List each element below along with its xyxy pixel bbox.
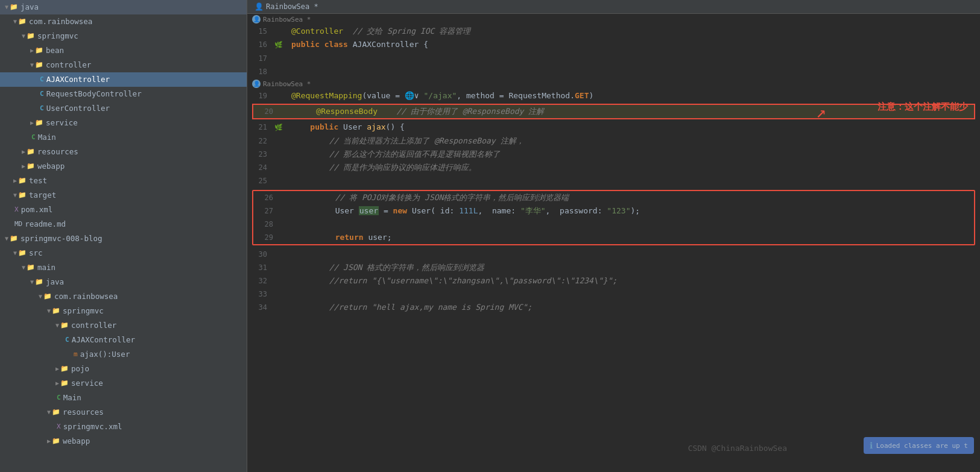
tree-label-resources-1: resources	[37, 146, 78, 158]
tree-item-resources-1[interactable]: ▶📁resources	[0, 145, 247, 159]
author-tag-2: 👤RainbowSea *	[247, 78, 980, 89]
file-icon-java-root: 📁	[10, 1, 18, 13]
expand-icon-webapp-2: ▶	[47, 435, 51, 447]
line-num-22: 22	[247, 134, 274, 148]
tree-item-pojo[interactable]: ▶📁pojo	[0, 362, 247, 376]
tree-label-test: test	[29, 175, 47, 187]
line-content-20: @ResponseBody // 由于你使用了 @ResponseBody 注解	[292, 105, 974, 118]
line-num-29: 29	[253, 231, 280, 244]
line-num-31: 31	[247, 261, 274, 274]
line-num-16: 16	[247, 38, 274, 51]
tree-item-AJAXController[interactable]: CAJAXController	[0, 72, 247, 87]
line-content-34: //return "hell ajax,my name is Spring MV…	[286, 301, 980, 314]
tree-label-main: main	[37, 262, 55, 274]
line-content-27: User user = new User( id: 111L, name: "李…	[292, 204, 974, 218]
tree-item-resources-2[interactable]: ▼📁resources	[0, 405, 247, 420]
file-icon-service-1: 📁	[35, 117, 43, 129]
expand-icon-resources-2: ▼	[47, 406, 51, 418]
tree-label-src: src	[29, 247, 43, 259]
tree-item-webapp-1[interactable]: ▶📁webapp	[0, 159, 247, 174]
code-line-15: 15@Controller // 交给 Spring IOC 容器管理	[247, 25, 980, 38]
code-line-22: 22 // 当前处理器方法上添加了 @ResponseBoay 注解，	[247, 134, 980, 148]
tree-label-webapp-2: webapp	[63, 435, 90, 447]
tree-item-com-rainbowsea[interactable]: ▼📁com.rainbowsea	[0, 14, 247, 29]
file-icon-webapp-2: 📁	[52, 435, 60, 447]
code-lines: 15@Controller // 交给 Spring IOC 容器管理16🌿pu…	[247, 25, 980, 314]
tree-item-springmvc-2[interactable]: ▼📁springmvc	[0, 304, 247, 318]
editor-tab[interactable]: 👤 RainbowSea *	[247, 0, 980, 14]
tree-item-bean[interactable]: ▶📁bean	[0, 43, 247, 58]
tree-label-com-rainbowsea: com.rainbowsea	[29, 16, 92, 28]
expand-icon-com-rainbowsea: ▼	[13, 16, 17, 28]
tree-item-springmvc-008-blog[interactable]: ▼📁springmvc-008-blog	[0, 231, 247, 246]
line-content-19: @RequestMapping(value = 🌐∨ "/ajax", meth…	[286, 89, 980, 102]
code-line-28: 28	[253, 218, 974, 231]
code-line-25: 25	[247, 174, 980, 187]
file-icon-springmvc.xml: X	[57, 421, 61, 433]
line-content-31: // JSON 格式的字符串，然后响应到浏览器	[286, 261, 980, 274]
tree-item-controller[interactable]: ▼📁controller	[0, 58, 247, 72]
line-content-21: public User ajax() {	[286, 121, 980, 134]
code-editor: 👤 RainbowSea * 👤 RainbowSea * 15@Control…	[247, 0, 980, 472]
tree-item-java-2[interactable]: ▼📁java	[0, 275, 247, 289]
expand-icon-pojo: ▶	[55, 363, 59, 375]
gutter-21: 🌿	[274, 121, 286, 134]
tree-item-Main-1[interactable]: CMain	[0, 130, 247, 145]
tree-item-target[interactable]: ▼📁target	[0, 188, 247, 203]
tree-item-springmvc-1[interactable]: ▼📁springmvc	[0, 29, 247, 43]
code-line-27: 27 User user = new User( id: 111L, name:…	[253, 204, 974, 218]
red-box-1: 20 @ResponseBody // 由于你使用了 @ResponseBody…	[252, 104, 975, 119]
tree-item-readme.md[interactable]: MDreadme.md	[0, 217, 247, 231]
tree-item-service-2[interactable]: ▶📁service	[0, 376, 247, 391]
file-icon-AJAXController-2: C	[65, 334, 69, 346]
tree-label-springmvc.xml: springmvc.xml	[63, 421, 122, 433]
expand-icon-bean: ▶	[30, 45, 34, 57]
info-icon: ℹ	[870, 441, 873, 450]
tree-item-webapp-2[interactable]: ▶📁webapp	[0, 434, 247, 448]
tree-item-main[interactable]: ▼📁main	[0, 260, 247, 275]
line-num-34: 34	[247, 301, 274, 314]
tree-label-pom.xml: pom.xml	[21, 204, 53, 216]
file-icon-springmvc-008-blog: 📁	[10, 233, 18, 245]
file-icon-target: 📁	[18, 189, 27, 201]
gutter-16: 🌿	[274, 38, 286, 52]
line-content-23: // 那么这个方法的返回值不再是逻辑视图名称了	[286, 148, 980, 161]
tree-item-service-1[interactable]: ▶📁service	[0, 116, 247, 130]
line-num-18: 18	[247, 65, 274, 78]
tree-item-com-rainbowsea-2[interactable]: ▼📁com.rainbowsea	[0, 289, 247, 304]
file-icon-UserController: C	[40, 102, 44, 115]
tree-item-springmvc.xml[interactable]: Xspringmvc.xml	[0, 420, 247, 434]
file-icon-main: 📁	[27, 262, 35, 274]
file-icon-src: 📁	[18, 247, 27, 259]
tree-label-readme.md: readme.md	[25, 218, 66, 230]
line-content-22: // 当前处理器方法上添加了 @ResponseBoay 注解，	[286, 134, 980, 148]
tree-item-java-root[interactable]: ▼📁java	[0, 0, 247, 14]
file-icon-resources-1: 📁	[27, 146, 35, 158]
tree-label-bean: bean	[46, 45, 64, 57]
tree-item-pom.xml[interactable]: Xpom.xml	[0, 203, 247, 217]
tree-label-AJAXController-2: AJAXController	[72, 334, 135, 346]
file-icon-java-2: 📁	[35, 276, 43, 288]
line-num-25: 25	[247, 174, 274, 187]
tree-item-test[interactable]: ▶📁test	[0, 174, 247, 188]
expand-icon-java-2: ▼	[30, 276, 34, 288]
line-num-30: 30	[247, 248, 274, 261]
tree-item-RequestBodyController[interactable]: CRequestBodyController	[0, 87, 247, 101]
tree-item-controller-2[interactable]: ▼📁controller	[0, 318, 247, 333]
tree-item-src[interactable]: ▼📁src	[0, 246, 247, 260]
tree-label-AJAXController: AJAXController	[46, 74, 110, 86]
tree-item-Main-2[interactable]: CMain	[0, 391, 247, 405]
tree-item-ajax-method[interactable]: majax():User	[0, 347, 247, 362]
file-icon-com-rainbowsea-2: 📁	[43, 291, 52, 303]
tree-item-AJAXController-2[interactable]: CAJAXController	[0, 333, 247, 347]
expand-icon-service-2: ▶	[55, 377, 59, 389]
tree-item-UserController[interactable]: CUserController	[0, 101, 247, 116]
expand-icon-service-1: ▶	[30, 117, 34, 129]
file-icon-springmvc-2: 📁	[52, 305, 60, 317]
author-tag-1: 👤 RainbowSea *	[247, 14, 980, 25]
file-icon-resources-2: 📁	[52, 406, 60, 418]
tree-label-ajax-method: ajax():User	[80, 348, 130, 360]
code-line-31: 31 // JSON 格式的字符串，然后响应到浏览器	[247, 261, 980, 274]
line-num-28: 28	[253, 218, 280, 231]
gutter-icon: 🌿	[274, 124, 283, 131]
